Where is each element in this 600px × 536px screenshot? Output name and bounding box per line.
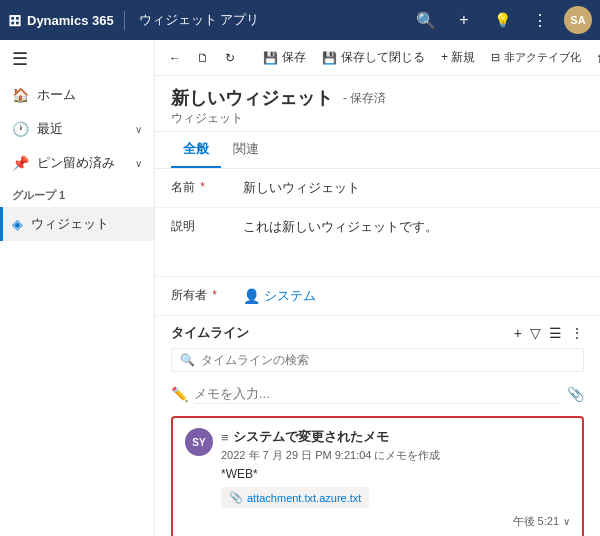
- hamburger-menu[interactable]: ☰: [0, 40, 154, 78]
- required-asterisk: *: [200, 180, 205, 194]
- chevron-down-icon: ∨: [135, 124, 142, 135]
- timeline-filter-icon[interactable]: ▽: [530, 325, 541, 341]
- attachment-icon[interactable]: 📎: [567, 386, 584, 402]
- nav-icons: 🔍 + 💡 ⋮ SA: [412, 6, 592, 34]
- attachment-filename: attachment.txt.azure.txt: [247, 492, 361, 504]
- pin-icon: 📌: [12, 155, 29, 171]
- field-label-description: 説明: [155, 208, 235, 277]
- back-icon: ←: [169, 51, 181, 65]
- tab-related[interactable]: 関連: [221, 132, 271, 168]
- sidebar-item-home[interactable]: 🏠 ホーム: [0, 78, 154, 112]
- card-footer: 午後 5:21 ∨: [185, 514, 570, 529]
- page-title: 新しいウィジェット: [171, 86, 333, 110]
- card-attachment[interactable]: 📎 attachment.txt.azure.txt: [221, 487, 369, 508]
- page-button[interactable]: 🗋: [191, 47, 215, 69]
- sidebar-item-pinned[interactable]: 📌 ピン留め済み ∨: [0, 146, 154, 180]
- refresh-icon: ↻: [225, 51, 235, 65]
- search-icon: 🔍: [180, 353, 195, 367]
- help-icon[interactable]: 💡: [488, 6, 516, 34]
- form-row-name: 名前 * 新しいウィジェット: [155, 169, 600, 208]
- clock-icon: 🕐: [12, 121, 29, 137]
- field-value-description[interactable]: これは新しいウィジェットです。: [235, 208, 600, 277]
- form-area: 名前 * 新しいウィジェット 説明 これは新しいウィジェットです。 所有者 * …: [155, 169, 600, 536]
- home-icon: 🏠: [12, 87, 29, 103]
- timeline-search-bar[interactable]: 🔍: [171, 348, 584, 372]
- card-subtitle: 2022 年 7 月 29 日 PM 9:21:04 にメモを作成: [221, 448, 570, 463]
- timeline-list-icon[interactable]: ☰: [549, 325, 562, 341]
- required-asterisk: *: [212, 288, 217, 302]
- save-close-icon: 💾: [322, 51, 337, 65]
- card-memo-icon: ≡: [221, 430, 229, 445]
- new-label: + 新規: [441, 49, 475, 66]
- timeline-section: タイムライン + ▽ ☰ ⋮ 🔍 ✏️ 📎: [155, 316, 600, 536]
- field-label-name: 名前 *: [155, 169, 235, 208]
- delete-button[interactable]: 🗑 削除: [591, 45, 600, 70]
- card-expand-icon[interactable]: ∨: [563, 516, 570, 527]
- toolbar: ← 🗋 ↻ 💾 保存 💾 保存して閉じる + 新規: [155, 40, 600, 76]
- field-value-owner[interactable]: 👤 システム: [235, 277, 600, 315]
- memo-input-row: ✏️ 📎: [171, 380, 584, 408]
- form-table: 名前 * 新しいウィジェット 説明 これは新しいウィジェットです。 所有者 * …: [155, 169, 600, 316]
- page-header: 新しいウィジェット - 保存済 ウィジェット: [155, 76, 600, 132]
- deactivate-label: 非アクテイブ化: [504, 50, 581, 65]
- form-row-owner: 所有者 * 👤 システム: [155, 277, 600, 316]
- tab-general[interactable]: 全般: [171, 132, 221, 168]
- main-layout: ☰ 🏠 ホーム 🕐 最近 ∨ 📌 ピン留め済み ∨ グループ 1 ◈ ウィジェッ…: [0, 40, 600, 536]
- page-title-row: 新しいウィジェット - 保存済: [171, 86, 584, 110]
- sidebar-item-pinned-label: ピン留め済み: [37, 154, 115, 172]
- timeline-search-input[interactable]: [201, 353, 575, 367]
- timeline-header: タイムライン + ▽ ☰ ⋮: [171, 324, 584, 342]
- chevron-down-icon: ∨: [135, 158, 142, 169]
- sidebar-item-widget[interactable]: ◈ ウィジェット: [0, 207, 154, 241]
- card-note: *WEB*: [221, 467, 570, 481]
- save-close-button[interactable]: 💾 保存して閉じる: [316, 45, 431, 70]
- sidebar: ☰ 🏠 ホーム 🕐 最近 ∨ 📌 ピン留め済み ∨ グループ 1 ◈ ウィジェッ…: [0, 40, 155, 536]
- card-body: ≡ システムで変更されたメモ 2022 年 7 月 29 日 PM 9:21:0…: [221, 428, 570, 508]
- timeline-add-icon[interactable]: +: [514, 325, 522, 341]
- card-time: 午後 5:21: [513, 514, 559, 529]
- save-icon: 💾: [263, 51, 278, 65]
- person-icon: 👤: [243, 288, 260, 304]
- widget-icon: ◈: [12, 216, 23, 232]
- add-icon[interactable]: +: [450, 6, 478, 34]
- brand-area: ⊞ Dynamics 365: [8, 11, 125, 30]
- timeline-more-icon[interactable]: ⋮: [570, 325, 584, 341]
- refresh-button[interactable]: ↻: [219, 47, 241, 69]
- timeline-action-icons: + ▽ ☰ ⋮: [514, 325, 584, 341]
- card-title-row: ≡ システムで変更されたメモ: [221, 428, 570, 446]
- save-label: 保存: [282, 49, 306, 66]
- user-avatar[interactable]: SA: [564, 6, 592, 34]
- card-avatar: SY: [185, 428, 213, 456]
- toolbar-nav: ← 🗋 ↻: [163, 47, 241, 69]
- sidebar-group-label: グループ 1: [0, 180, 154, 207]
- new-button[interactable]: + 新規: [435, 45, 481, 70]
- top-navbar: ⊞ Dynamics 365 ウィジェット アプリ 🔍 + 💡 ⋮ SA: [0, 0, 600, 40]
- more-options-icon[interactable]: ⋮: [526, 6, 554, 34]
- save-button[interactable]: 💾 保存: [257, 45, 312, 70]
- attachment-paperclip-icon: 📎: [229, 491, 243, 504]
- timeline-title: タイムライン: [171, 324, 514, 342]
- page-subtitle: ウィジェット: [171, 110, 584, 127]
- card-header: SY ≡ システムで変更されたメモ 2022 年 7 月 29 日 PM 9:2…: [185, 428, 570, 508]
- deactivate-button[interactable]: ⊟ 非アクテイブ化: [485, 46, 587, 69]
- form-row-description: 説明 これは新しいウィジェットです。: [155, 208, 600, 277]
- content-area: ← 🗋 ↻ 💾 保存 💾 保存して閉じる + 新規: [155, 40, 600, 536]
- memo-input[interactable]: [194, 384, 561, 404]
- card-title: システムで変更されたメモ: [233, 428, 389, 446]
- brand-logo: ⊞: [8, 11, 21, 30]
- field-label-owner: 所有者 *: [155, 277, 235, 316]
- app-name: ウィジェット アプリ: [133, 11, 404, 29]
- memo-pencil-icon: ✏️: [171, 386, 188, 402]
- timeline-card: SY ≡ システムで変更されたメモ 2022 年 7 月 29 日 PM 9:2…: [171, 416, 584, 536]
- search-icon[interactable]: 🔍: [412, 6, 440, 34]
- sidebar-item-recent-label: 最近: [37, 120, 63, 138]
- saved-badge: - 保存済: [343, 90, 386, 107]
- sidebar-item-recent[interactable]: 🕐 最近 ∨: [0, 112, 154, 146]
- field-value-name[interactable]: 新しいウィジェット: [235, 169, 600, 208]
- deactivate-icon: ⊟: [491, 51, 500, 64]
- owner-value: システム: [264, 287, 316, 305]
- tabs-bar: 全般 関連: [155, 132, 600, 169]
- sidebar-item-widget-label: ウィジェット: [31, 215, 109, 233]
- page-icon: 🗋: [197, 51, 209, 65]
- back-button[interactable]: ←: [163, 47, 187, 69]
